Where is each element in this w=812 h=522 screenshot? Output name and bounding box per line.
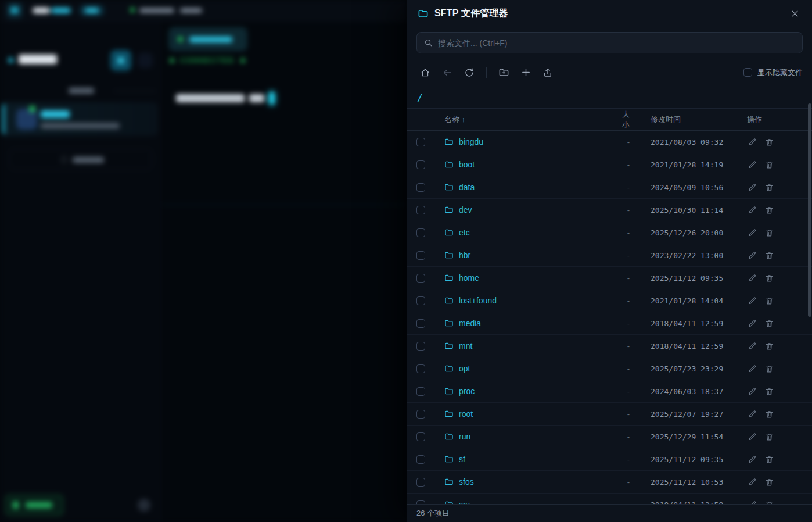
file-name[interactable]: sfos (459, 477, 474, 487)
rename-button[interactable] (747, 159, 757, 170)
file-name[interactable]: opt (459, 364, 470, 373)
table-row[interactable]: root - 2025/12/07 19:27 (407, 403, 812, 426)
row-checkbox[interactable] (416, 319, 425, 328)
file-name[interactable]: boot (459, 160, 475, 169)
table-row[interactable]: media - 2018/04/11 12:59 (407, 312, 812, 335)
rename-button[interactable] (747, 273, 757, 283)
workspace-tab-blur[interactable] (139, 8, 174, 13)
delete-button[interactable] (764, 341, 774, 351)
rename-button[interactable] (747, 250, 757, 260)
new-item-button[interactable] (517, 64, 534, 81)
row-checkbox[interactable] (416, 364, 425, 373)
column-header-mtime[interactable]: 修改时间 (651, 115, 747, 125)
file-name[interactable]: run (459, 432, 470, 441)
row-checkbox[interactable] (416, 206, 425, 214)
file-name[interactable]: data (459, 183, 475, 192)
rename-button[interactable] (747, 386, 757, 396)
file-name[interactable]: media (459, 319, 481, 328)
file-name[interactable]: sf (459, 455, 465, 464)
show-hidden-checkbox[interactable] (743, 68, 752, 77)
delete-button[interactable] (764, 363, 774, 374)
delete-button[interactable] (764, 137, 774, 147)
back-button[interactable] (439, 64, 456, 81)
rename-button[interactable] (747, 137, 757, 147)
row-checkbox[interactable] (416, 342, 425, 351)
table-row[interactable]: mnt - 2018/04/11 12:59 (407, 335, 812, 357)
table-row[interactable]: dev - 2025/10/30 11:14 (407, 199, 812, 221)
row-checkbox[interactable] (416, 228, 425, 237)
table-row[interactable]: boot - 2021/01/28 14:19 (407, 153, 812, 176)
home-button[interactable] (416, 64, 434, 81)
table-row[interactable]: home - 2025/11/12 09:35 (407, 267, 812, 289)
row-checkbox[interactable] (416, 183, 425, 192)
refresh-button[interactable] (461, 64, 478, 81)
file-name[interactable]: dev (459, 205, 472, 214)
table-row[interactable]: run - 2025/12/29 11:54 (407, 426, 812, 448)
file-name[interactable]: root (459, 409, 473, 419)
show-hidden-toggle[interactable]: 显示隐藏文件 (743, 67, 803, 78)
rename-button[interactable] (747, 477, 757, 487)
row-checkbox[interactable] (416, 455, 425, 464)
add-host-button-blur[interactable] (110, 50, 131, 71)
file-name[interactable]: lost+found (459, 296, 497, 305)
column-header-size[interactable]: 大小 (616, 109, 651, 130)
row-checkbox[interactable] (416, 387, 425, 396)
host-card[interactable] (2, 102, 158, 136)
close-button[interactable] (788, 6, 802, 20)
row-checkbox[interactable] (416, 296, 425, 305)
file-name[interactable]: home (459, 273, 479, 283)
add-host-dropzone-blur[interactable] (9, 149, 152, 170)
row-checkbox[interactable] (416, 432, 425, 441)
file-name[interactable]: proc (459, 387, 475, 396)
table-row[interactable]: opt - 2025/07/23 23:29 (407, 357, 812, 380)
table-row[interactable]: bingdu - 2021/08/03 09:32 (407, 131, 812, 153)
delete-button[interactable] (764, 318, 774, 328)
row-checkbox[interactable] (416, 251, 425, 260)
settings-gear-blur[interactable] (138, 499, 150, 512)
delete-button[interactable] (764, 159, 774, 170)
delete-button[interactable] (764, 499, 774, 504)
rename-button[interactable] (747, 499, 757, 504)
table-row[interactable]: data - 2024/05/09 10:56 (407, 176, 812, 199)
file-name[interactable]: etc (459, 228, 470, 237)
delete-button[interactable] (764, 182, 774, 192)
terminal-tab-blur[interactable] (168, 27, 247, 51)
rename-button[interactable] (747, 431, 757, 442)
search-input[interactable] (438, 38, 795, 48)
row-checkbox[interactable] (416, 478, 425, 487)
delete-button[interactable] (764, 477, 774, 487)
delete-button[interactable] (764, 409, 774, 419)
file-name[interactable]: hbr (459, 251, 470, 260)
breadcrumb[interactable]: / (407, 87, 812, 109)
row-checkbox[interactable] (416, 410, 425, 419)
delete-button[interactable] (764, 454, 774, 464)
delete-button[interactable] (764, 205, 774, 215)
new-folder-button[interactable] (495, 64, 512, 81)
rename-button[interactable] (747, 363, 757, 374)
table-row[interactable]: lost+found - 2021/01/28 14:04 (407, 289, 812, 312)
rename-button[interactable] (747, 295, 757, 306)
table-row[interactable]: hbr - 2023/02/22 13:00 (407, 244, 812, 267)
rename-button[interactable] (747, 182, 757, 192)
delete-button[interactable] (764, 250, 774, 260)
table-row[interactable]: proc - 2024/06/03 18:37 (407, 380, 812, 403)
table-row[interactable]: sfos - 2025/11/12 10:53 (407, 471, 812, 494)
sidebar-more-button-blur[interactable] (138, 53, 153, 68)
file-name[interactable]: srv (459, 500, 470, 504)
delete-button[interactable] (764, 227, 774, 238)
file-name[interactable]: bingdu (459, 137, 483, 146)
file-name[interactable]: mnt (459, 341, 472, 351)
delete-button[interactable] (764, 386, 774, 396)
rename-button[interactable] (747, 409, 757, 419)
rename-button[interactable] (747, 318, 757, 328)
rename-button[interactable] (747, 227, 757, 238)
new-connection-button-blur[interactable] (5, 495, 63, 516)
row-checkbox[interactable] (416, 160, 425, 169)
row-checkbox[interactable] (416, 274, 425, 283)
delete-button[interactable] (764, 431, 774, 442)
rename-button[interactable] (747, 341, 757, 351)
rename-button[interactable] (747, 205, 757, 215)
table-row[interactable]: srv - 2018/04/11 12:59 (407, 494, 812, 504)
delete-button[interactable] (764, 273, 774, 283)
column-header-name[interactable]: 名称 ↑ (444, 115, 616, 125)
